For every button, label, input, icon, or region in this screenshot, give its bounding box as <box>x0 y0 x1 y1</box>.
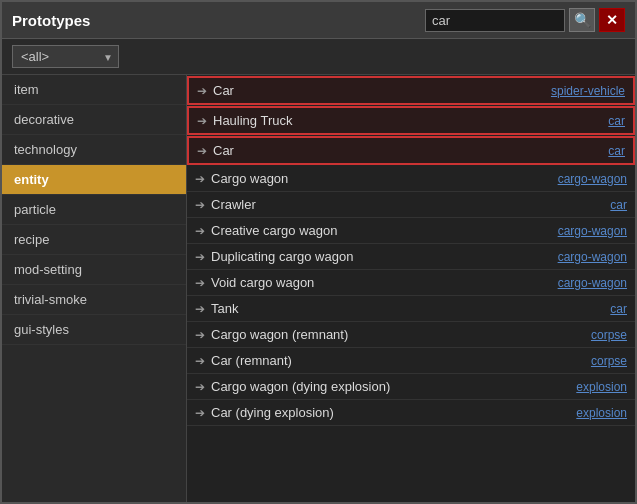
arrow-icon: ➔ <box>195 224 205 238</box>
item-link[interactable]: car <box>608 144 625 158</box>
list-item[interactable]: ➔Tankcar <box>187 296 635 322</box>
content-area: item decorative technology entity partic… <box>2 75 635 502</box>
arrow-icon: ➔ <box>195 172 205 186</box>
sidebar-item-decorative[interactable]: decorative <box>2 105 186 135</box>
item-name: Duplicating cargo wagon <box>211 249 550 264</box>
item-name: Car (dying explosion) <box>211 405 568 420</box>
sidebar-item-trivialsmoke[interactable]: trivial-smoke <box>2 285 186 315</box>
list-item[interactable]: ➔Carcar <box>187 136 635 165</box>
list-item[interactable]: ➔Void cargo wagoncargo-wagon <box>187 270 635 296</box>
title-controls: 🔍 ✕ <box>425 8 625 32</box>
filter-select[interactable]: <all> item decorative technology entity … <box>12 45 119 68</box>
item-name: Tank <box>211 301 602 316</box>
item-name: Car <box>213 83 543 98</box>
sidebar-label-technology: technology <box>14 142 77 157</box>
item-name: Cargo wagon <box>211 171 550 186</box>
search-input[interactable] <box>425 9 565 32</box>
item-link[interactable]: explosion <box>576 380 627 394</box>
list-item[interactable]: ➔Car (remnant)corpse <box>187 348 635 374</box>
list-item[interactable]: ➔Duplicating cargo wagoncargo-wagon <box>187 244 635 270</box>
sidebar-label-trivialsmoke: trivial-smoke <box>14 292 87 307</box>
sidebar-item-technology[interactable]: technology <box>2 135 186 165</box>
sidebar-item-item[interactable]: item <box>2 75 186 105</box>
list-item[interactable]: ➔Carspider-vehicle <box>187 76 635 105</box>
sidebar-item-recipe[interactable]: recipe <box>2 225 186 255</box>
arrow-icon: ➔ <box>195 406 205 420</box>
list-item[interactable]: ➔Crawlercar <box>187 192 635 218</box>
list-item[interactable]: ➔Car (dying explosion)explosion <box>187 400 635 426</box>
arrow-icon: ➔ <box>195 198 205 212</box>
item-name: Creative cargo wagon <box>211 223 550 238</box>
item-name: Void cargo wagon <box>211 275 550 290</box>
item-link[interactable]: cargo-wagon <box>558 276 627 290</box>
sidebar-label-particle: particle <box>14 202 56 217</box>
window-title: Prototypes <box>12 12 90 29</box>
filter-wrapper: <all> item decorative technology entity … <box>12 45 119 68</box>
title-bar: Prototypes 🔍 ✕ <box>2 2 635 39</box>
arrow-icon: ➔ <box>195 354 205 368</box>
item-name: Crawler <box>211 197 602 212</box>
item-link[interactable]: corpse <box>591 354 627 368</box>
list-item[interactable]: ➔Cargo wagon (remnant)corpse <box>187 322 635 348</box>
item-link[interactable]: explosion <box>576 406 627 420</box>
list-item[interactable]: ➔Hauling Truckcar <box>187 106 635 135</box>
sidebar-item-modsetting[interactable]: mod-setting <box>2 255 186 285</box>
arrow-icon: ➔ <box>195 250 205 264</box>
item-link[interactable]: cargo-wagon <box>558 172 627 186</box>
item-name: Cargo wagon (remnant) <box>211 327 583 342</box>
arrow-icon: ➔ <box>195 276 205 290</box>
sidebar: item decorative technology entity partic… <box>2 75 187 502</box>
item-link[interactable]: cargo-wagon <box>558 224 627 238</box>
sidebar-item-guistyles[interactable]: gui-styles <box>2 315 186 345</box>
sidebar-item-entity[interactable]: entity <box>2 165 186 195</box>
item-link[interactable]: car <box>610 198 627 212</box>
sidebar-label-entity: entity <box>14 172 49 187</box>
item-link[interactable]: spider-vehicle <box>551 84 625 98</box>
filter-bar: <all> item decorative technology entity … <box>2 39 635 75</box>
sidebar-label-decorative: decorative <box>14 112 74 127</box>
arrow-icon: ➔ <box>195 328 205 342</box>
item-link[interactable]: cargo-wagon <box>558 250 627 264</box>
search-icon: 🔍 <box>574 12 591 28</box>
search-button[interactable]: 🔍 <box>569 8 595 32</box>
list-item[interactable]: ➔Cargo wagoncargo-wagon <box>187 166 635 192</box>
prototypes-window: Prototypes 🔍 ✕ <all> item decorative tec… <box>0 0 637 504</box>
arrow-icon: ➔ <box>195 302 205 316</box>
item-name: Car <box>213 143 600 158</box>
item-name: Cargo wagon (dying explosion) <box>211 379 568 394</box>
item-link[interactable]: corpse <box>591 328 627 342</box>
sidebar-label-guistyles: gui-styles <box>14 322 69 337</box>
list-item[interactable]: ➔Cargo wagon (dying explosion)explosion <box>187 374 635 400</box>
arrow-icon: ➔ <box>197 84 207 98</box>
main-list: ➔Carspider-vehicle➔Hauling Truckcar➔Carc… <box>187 75 635 502</box>
sidebar-label-modsetting: mod-setting <box>14 262 82 277</box>
sidebar-item-particle[interactable]: particle <box>2 195 186 225</box>
arrow-icon: ➔ <box>197 114 207 128</box>
arrow-icon: ➔ <box>197 144 207 158</box>
sidebar-label-recipe: recipe <box>14 232 49 247</box>
item-name: Hauling Truck <box>213 113 600 128</box>
list-item[interactable]: ➔Creative cargo wagoncargo-wagon <box>187 218 635 244</box>
arrow-icon: ➔ <box>195 380 205 394</box>
sidebar-label-item: item <box>14 82 39 97</box>
item-link[interactable]: car <box>608 114 625 128</box>
item-name: Car (remnant) <box>211 353 583 368</box>
item-link[interactable]: car <box>610 302 627 316</box>
close-button[interactable]: ✕ <box>599 8 625 32</box>
close-icon: ✕ <box>606 12 618 28</box>
